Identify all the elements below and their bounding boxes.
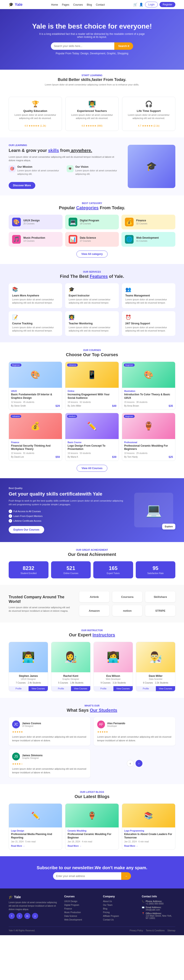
footer-link-3[interactable]: Music Production (64, 911, 98, 913)
blog-card-0[interactable]: ✏️ Logo Design Professional Media Planni… (9, 803, 62, 850)
cart-icon[interactable]: 🛒 (133, 3, 138, 6)
course-card-0[interactable]: 🎨 Beginner UI/UX Basic Fundamentals Of I… (9, 361, 62, 410)
footer-company-1[interactable]: Our Team (103, 904, 137, 906)
footer-link-4[interactable]: Data Science (64, 915, 98, 917)
course-footer-1: By John Miller $49 (67, 404, 116, 407)
stat-card-2: 165 Expert Tutors (93, 561, 133, 578)
hero-search-input[interactable] (51, 42, 114, 50)
discover-button[interactable]: Discover More (9, 182, 35, 189)
footer-col-courses-list: UI/UX Design Digital Program Finance Mus… (64, 900, 98, 921)
footer-link-1[interactable]: Digital Program (64, 904, 98, 906)
footer-company-3[interactable]: Pricing (103, 911, 137, 913)
course-instructor-0: By Steve Smith (11, 405, 26, 407)
category-web[interactable]: 🌐 Web Development 41 Courses (122, 232, 175, 247)
feat-title-5: 24/7 Strong Support (125, 322, 172, 325)
feat-icon-1: 🎓 (69, 287, 115, 292)
register-button[interactable]: Register (160, 2, 175, 7)
blog-body-2: Logo Programming Education Is About Crea… (122, 827, 175, 850)
footer-col-courses: Courses UI/UX Design Digital Program Fin… (64, 895, 98, 922)
nav-contact[interactable]: Contact (96, 3, 105, 6)
profile-button-3[interactable]: Profile (136, 686, 156, 691)
logo[interactable]: 🎓 Yale (9, 2, 22, 7)
category-finance[interactable]: 💰 Finance 32 Courses (122, 215, 175, 229)
test-avatar-1: AF (97, 721, 105, 729)
nav-home[interactable]: Home (51, 3, 58, 6)
cta-banner: Best Quality Get your quality skills cer… (0, 478, 184, 542)
footer-link-2[interactable]: Finance (64, 907, 98, 910)
footer-link-5[interactable]: Web Development (64, 918, 98, 921)
newsletter-input[interactable] (53, 872, 121, 880)
course-thumb-2: 🎨 Beginner (122, 362, 175, 388)
read-more-0[interactable]: Read More → (11, 845, 25, 847)
learn-tag: Our Learning (9, 144, 121, 146)
twitter-icon[interactable]: t (16, 913, 22, 919)
read-more-2[interactable]: Read More → (124, 845, 138, 847)
course-card-1[interactable]: 📱 Advance Online Increasing Engagement W… (65, 361, 118, 410)
course-badge-1: Advance (67, 364, 78, 367)
blog-card-1[interactable]: 🏺 Ceramic Moulding Professional Ceramic … (65, 803, 118, 850)
support-icon: 🎧 (126, 100, 172, 108)
footer-company-5[interactable]: Contact Us (103, 918, 137, 921)
nav-courses[interactable]: Courses (73, 3, 83, 6)
course-meta-4: 16 lessons 53 students (67, 452, 116, 454)
privacy-link[interactable]: Privacy Policy (130, 929, 143, 932)
view-all-courses-button[interactable]: View All Courses (77, 465, 107, 472)
sitemap-link[interactable]: Sitemap (167, 929, 175, 932)
feat-desc-1: Lorem ipsum dolor sit amet consectetur a… (69, 298, 115, 305)
testimonial-prev-button[interactable]: ‹ (127, 760, 134, 767)
view-all-categories-button[interactable]: View All category (77, 251, 108, 258)
read-more-1[interactable]: Read More → (67, 845, 82, 847)
nav-pages[interactable]: Pages (62, 3, 69, 6)
course-card-2[interactable]: 🎨 Beginner Illustration Introduction To … (122, 361, 175, 410)
footer-company-2[interactable]: Blog (103, 907, 137, 910)
navigation: 🎓 Yale Home Pages Courses Blog Contact 🛒… (0, 0, 184, 9)
view-courses-button-2[interactable]: View Courses (114, 686, 133, 691)
hero-search-button[interactable]: Search it (114, 42, 133, 50)
facebook-icon[interactable]: f (9, 913, 15, 919)
course-students-1: 62 students (80, 401, 91, 403)
footer-company-4[interactable]: Affiliate Program (103, 915, 137, 917)
profile-button-0[interactable]: Profile (9, 686, 29, 691)
instructor-students-2: 3.1k Students (112, 682, 126, 684)
course-card-5[interactable]: 🏺 Beginner Professional Professional Cer… (122, 413, 175, 461)
mission-vision: 🎯 Our Mission Lorem ipsum dolor sit amet… (9, 165, 121, 179)
blog-card-2[interactable]: 📚 Logo Programming Education Is About Cr… (122, 803, 175, 850)
profile-button-2[interactable]: Profile (94, 686, 114, 691)
hero-search-form: Search it (51, 42, 133, 50)
testimonial-next-button[interactable]: › (136, 760, 142, 767)
partners-desc: Lorem ipsum dolor sit amet consectetur a… (9, 606, 73, 613)
feature-rating-0: 4.9 ★★★★★ (1.2k) (12, 124, 58, 127)
linkedin-icon[interactable]: in (24, 913, 30, 919)
blog-read-1: 4 min read (82, 840, 92, 843)
course-card-4[interactable]: ✏️ Medium Basic Course Logo Design From … (65, 413, 118, 461)
footer-link-0[interactable]: UI/UX Design (64, 900, 98, 902)
category-music[interactable]: 🎵 Music Production 14 Courses (9, 232, 62, 247)
youtube-icon[interactable]: y (32, 913, 38, 919)
terms-link[interactable]: Terms & Conditions (146, 929, 165, 932)
footer-company-0[interactable]: About Us (103, 900, 137, 902)
footer-contact-title: Contact Info (142, 895, 175, 898)
nav-blog[interactable]: Blog (87, 3, 92, 6)
vision-desc: Lorem ipsum dolor sit amet consectetur a… (75, 169, 121, 176)
view-courses-button-3[interactable]: View Courses (156, 686, 175, 691)
category-uiux[interactable]: 🎨 UI/UX Design 25 Courses (9, 215, 62, 229)
blog-date-0: Jan 15, 2024 (11, 840, 24, 843)
user-icon[interactable]: 👤 (139, 3, 143, 6)
cta-button[interactable]: Explore Our Courses (9, 526, 44, 533)
instructors-tag: Our Instructor (9, 629, 175, 632)
course-footer-2: By Anna Brown $35 (124, 404, 173, 407)
view-courses-button-0[interactable]: View Courses (29, 686, 48, 691)
learn-title: Learn & grow your skills from anywhere. (9, 148, 121, 153)
instructor-courses-3: 6 Courses (143, 682, 153, 684)
feat-card-2: 👥 Teams Management Lorem ipsum dolor sit… (122, 283, 175, 308)
category-data[interactable]: 📊 Data Science 27 Courses (65, 232, 119, 247)
feat-icon-3: 📝 (12, 315, 59, 320)
profile-button-1[interactable]: Profile (51, 686, 71, 691)
category-digital[interactable]: 💻 Digital Program 18 Courses (65, 215, 119, 229)
course-card-3[interactable]: 💰 Advance Finance Financial Security Thi… (9, 413, 62, 461)
newsletter-form: → (53, 872, 131, 880)
test-stars-2: ★★★★☆ (12, 762, 87, 765)
login-button[interactable]: Login (145, 2, 158, 7)
newsletter-submit-button[interactable]: → (121, 872, 131, 880)
view-courses-button-1[interactable]: View Courses (71, 686, 91, 691)
